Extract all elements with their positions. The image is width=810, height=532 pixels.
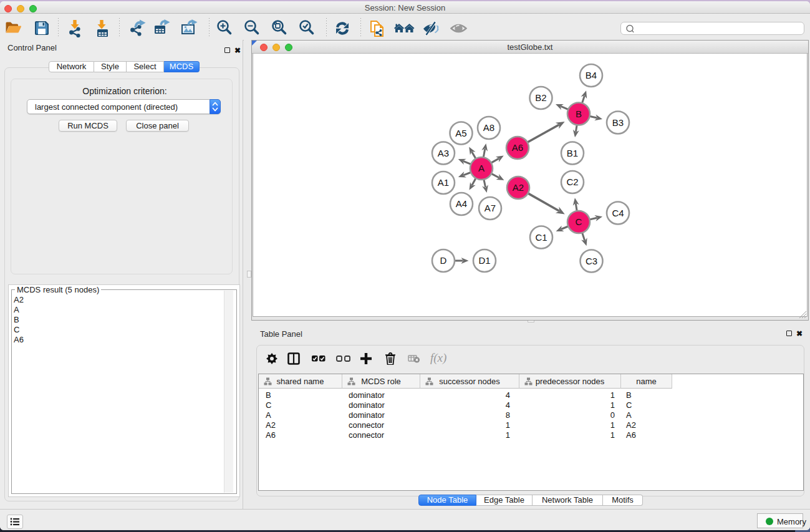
svg-text:A5: A5 (455, 128, 466, 138)
svg-text:B4: B4 (586, 70, 597, 80)
svg-text:A8: A8 (483, 122, 494, 133)
svg-text:B1: B1 (567, 148, 578, 158)
svg-text:A4: A4 (456, 198, 467, 209)
svg-text:D: D (440, 255, 447, 266)
svg-text:A1: A1 (438, 177, 449, 188)
svg-text:C4: C4 (612, 208, 624, 218)
svg-text:B: B (576, 109, 582, 119)
svg-text:A2: A2 (513, 182, 524, 193)
svg-text:C2: C2 (566, 177, 578, 187)
svg-text:A: A (478, 163, 485, 173)
svg-text:B3: B3 (612, 117, 624, 128)
svg-text:C: C (576, 216, 582, 227)
svg-text:A3: A3 (438, 148, 449, 158)
svg-text:C1: C1 (535, 232, 547, 243)
svg-text:D1: D1 (478, 255, 490, 266)
svg-text:B2: B2 (535, 92, 546, 103)
svg-text:A6: A6 (512, 142, 523, 153)
svg-text:A7: A7 (485, 203, 496, 213)
svg-text:C3: C3 (586, 256, 597, 266)
